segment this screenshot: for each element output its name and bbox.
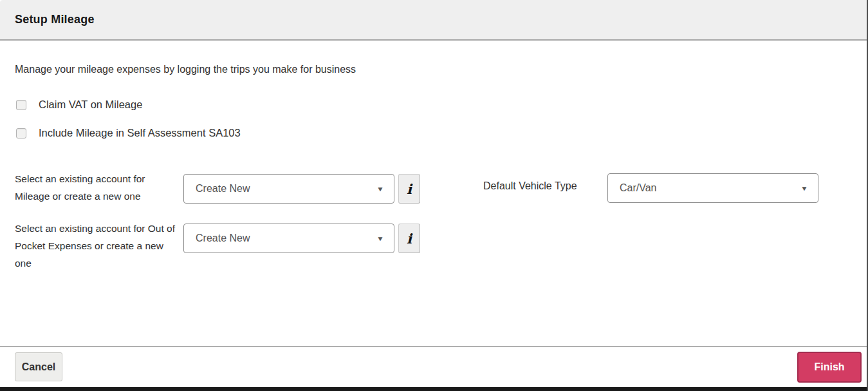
mileage-account-label: Select an existing account for Mileage o…	[15, 170, 177, 205]
dialog-header: Setup Mileage	[0, 0, 867, 41]
claim-vat-label: Claim VAT on Mileage	[39, 99, 142, 111]
chevron-down-icon: ▼	[376, 186, 384, 193]
include-sa103-checkbox-row: Include Mileage in Self Assessment SA103	[16, 127, 241, 139]
setup-mileage-dialog: Setup Mileage Manage your mileage expens…	[0, 0, 868, 391]
bottom-window-edge	[0, 387, 867, 391]
footer-divider	[0, 346, 867, 347]
out-of-pocket-account-label: Select an existing account for Out of Po…	[15, 220, 177, 272]
mileage-account-info-button[interactable]: i	[398, 174, 420, 204]
claim-vat-checkbox-row: Claim VAT on Mileage	[16, 99, 142, 111]
chevron-down-icon: ▼	[376, 235, 384, 242]
include-sa103-label: Include Mileage in Self Assessment SA103	[39, 127, 241, 139]
default-vehicle-type-select-value: Car/Van	[620, 182, 801, 194]
out-of-pocket-account-info-button[interactable]: i	[398, 224, 420, 253]
default-vehicle-type-label: Default Vehicle Type	[483, 180, 577, 192]
mileage-account-select-value: Create New	[196, 183, 377, 195]
out-of-pocket-account-select-value: Create New	[196, 233, 377, 244]
default-vehicle-type-select[interactable]: Car/Van ▼	[607, 173, 818, 203]
chevron-down-icon: ▼	[800, 185, 808, 192]
finish-button[interactable]: Finish	[797, 352, 862, 383]
claim-vat-checkbox[interactable]	[16, 100, 26, 110]
page-title: Setup Mileage	[15, 13, 95, 26]
out-of-pocket-account-select[interactable]: Create New ▼	[183, 224, 394, 253]
info-icon: i	[407, 232, 412, 245]
include-sa103-checkbox[interactable]	[16, 128, 26, 138]
cancel-button[interactable]: Cancel	[15, 352, 62, 381]
intro-text: Manage your mileage expenses by logging …	[15, 64, 356, 75]
info-icon: i	[407, 182, 412, 196]
mileage-account-select[interactable]: Create New ▼	[183, 174, 394, 204]
